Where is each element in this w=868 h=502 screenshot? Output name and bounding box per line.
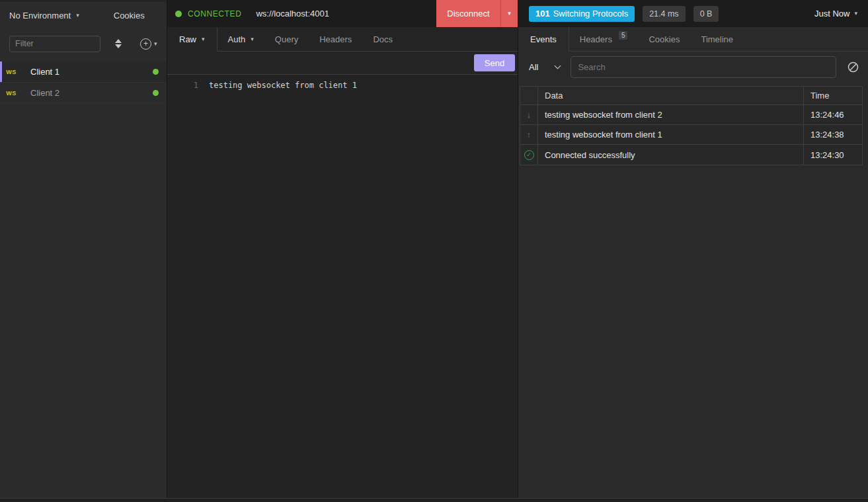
events-filter-row: All: [518, 52, 868, 82]
sort-icon[interactable]: [115, 39, 122, 48]
table-row[interactable]: ✓ Connected successfully 13:24:30: [520, 145, 862, 165]
request-name: Client 1: [30, 67, 59, 77]
tab-label: Query: [275, 34, 298, 44]
environment-selector[interactable]: No Environment ▾: [9, 11, 79, 21]
ws-type-label: WS: [0, 69, 22, 75]
sidebar-filter-row: + ▾: [0, 29, 167, 58]
response-time-badge: 21.4 ms: [643, 6, 685, 22]
tab-query[interactable]: Query: [264, 27, 309, 51]
status-code: 101: [535, 9, 550, 19]
environment-label: No Environment: [9, 11, 71, 21]
event-data: testing websocket from client 2: [538, 105, 804, 124]
filter-input[interactable]: [9, 36, 100, 52]
disconnect-button[interactable]: Disconnect: [436, 0, 500, 27]
request-name: Client 2: [30, 88, 59, 98]
app-window: No Environment ▾ Cookies + ▾ WS Client 1: [0, 0, 868, 498]
sidebar-item-client-1[interactable]: WS Client 1: [0, 62, 167, 83]
clear-events-icon[interactable]: [848, 62, 859, 73]
event-type-select[interactable]: All: [526, 62, 560, 72]
time-column-header: Time: [804, 87, 862, 105]
request-tabs: Raw ▾ Auth ▾ Query Headers Docs: [167, 27, 518, 52]
message-sent-icon: ↑: [520, 125, 538, 144]
chevron-down-icon: ▾: [854, 11, 857, 17]
tab-label: Auth: [228, 34, 246, 44]
add-request-button[interactable]: + ▾: [140, 38, 157, 50]
response-panel: 101 Switching Protocols 21.4 ms 0 B Just…: [518, 0, 868, 498]
headers-count-badge: 5: [619, 31, 628, 40]
events-table: Data Time ↓ testing websocket from clien…: [520, 86, 863, 165]
last-updated-label: Just Now: [814, 9, 849, 19]
chevron-down-icon: ▾: [154, 41, 157, 47]
chevron-down-icon: [555, 62, 561, 69]
table-header-row: Data Time: [520, 87, 862, 105]
message-received-icon: ↓: [520, 105, 538, 124]
response-size-badge: 0 B: [693, 6, 719, 22]
last-updated-selector[interactable]: Just Now ▾: [814, 9, 857, 19]
event-time: 13:24:38: [804, 125, 862, 144]
connection-status-text: CONNECTED: [188, 9, 241, 19]
send-button[interactable]: Send: [474, 54, 515, 71]
event-data: testing websocket from client 1: [538, 125, 804, 144]
sort-up-triangle: [115, 39, 122, 43]
tab-events[interactable]: Events: [518, 27, 569, 52]
request-panel: CONNECTED ws://localhost:4001 Disconnect…: [167, 0, 518, 498]
websocket-url: ws://localhost:4001: [256, 9, 329, 19]
sidebar: No Environment ▾ Cookies + ▾ WS Client 1: [0, 0, 167, 498]
window-bottom-edge: [0, 498, 868, 502]
cookies-button[interactable]: Cookies: [114, 11, 145, 21]
tab-docs[interactable]: Docs: [362, 27, 403, 51]
chevron-down-icon: ▾: [508, 11, 511, 17]
status-text: Switching Protocols: [553, 9, 628, 19]
selected-indicator: [0, 83, 2, 103]
sidebar-header: No Environment ▾ Cookies: [0, 2, 167, 29]
message-editor[interactable]: 1 testing websocket from client 1: [167, 75, 518, 498]
ws-type-label: WS: [0, 90, 22, 97]
connection-bar: CONNECTED ws://localhost:4001 Disconnect…: [167, 0, 518, 27]
connection-status-dot: [175, 11, 182, 17]
chevron-down-icon: ▾: [251, 36, 254, 42]
table-row[interactable]: ↑ testing websocket from client 1 13:24:…: [520, 125, 862, 145]
tab-label: Docs: [373, 34, 393, 44]
selected-indicator: [0, 62, 2, 82]
icon-column-header: [520, 87, 538, 105]
send-row: Send: [167, 52, 518, 75]
tab-label: Cookies: [649, 34, 680, 44]
message-format-label: Raw: [179, 34, 196, 44]
disconnect-options-button[interactable]: ▾: [500, 0, 518, 27]
search-input[interactable]: [571, 56, 836, 78]
response-tabs: Events Headers5 Cookies Timeline: [518, 27, 868, 52]
editor-content[interactable]: testing websocket from client 1: [198, 79, 357, 498]
chevron-down-icon: ▾: [202, 36, 205, 42]
tab-label: Timeline: [701, 34, 733, 44]
tab-label: Headers: [319, 34, 352, 44]
tab-response-headers[interactable]: Headers5: [569, 27, 639, 51]
connected-status-dot: [153, 69, 159, 75]
response-status-bar: 101 Switching Protocols 21.4 ms 0 B Just…: [518, 0, 868, 27]
check-circle-glyph: ✓: [524, 150, 534, 160]
tab-label: Headers: [580, 34, 612, 44]
tab-label: Events: [530, 34, 557, 44]
event-time: 13:24:30: [804, 145, 862, 165]
tab-auth[interactable]: Auth ▾: [217, 27, 264, 51]
disconnect-button-group: Disconnect ▾: [436, 0, 518, 27]
message-format-selector[interactable]: Raw ▾: [167, 27, 217, 52]
table-row[interactable]: ↓ testing websocket from client 2 13:24:…: [520, 105, 862, 125]
chevron-down-icon: ▾: [76, 13, 79, 19]
connected-status-dot: [153, 90, 159, 96]
event-type-selected: All: [529, 62, 538, 72]
tab-headers[interactable]: Headers: [309, 27, 362, 51]
plus-circle-icon: +: [140, 38, 151, 50]
event-time: 13:24:46: [804, 105, 862, 124]
data-column-header: Data: [538, 87, 804, 105]
request-list: WS Client 1 WS Client 2: [0, 62, 167, 104]
tab-timeline[interactable]: Timeline: [690, 27, 744, 51]
tab-response-cookies[interactable]: Cookies: [638, 27, 690, 51]
editor-line-number: 1: [167, 79, 198, 498]
block-glyph: [848, 62, 859, 73]
event-data: Connected successfully: [538, 145, 804, 165]
sort-down-triangle: [115, 44, 122, 48]
status-code-badge[interactable]: 101 Switching Protocols: [529, 6, 635, 22]
connected-check-icon: ✓: [520, 145, 538, 165]
sidebar-item-client-2[interactable]: WS Client 2: [0, 83, 167, 104]
